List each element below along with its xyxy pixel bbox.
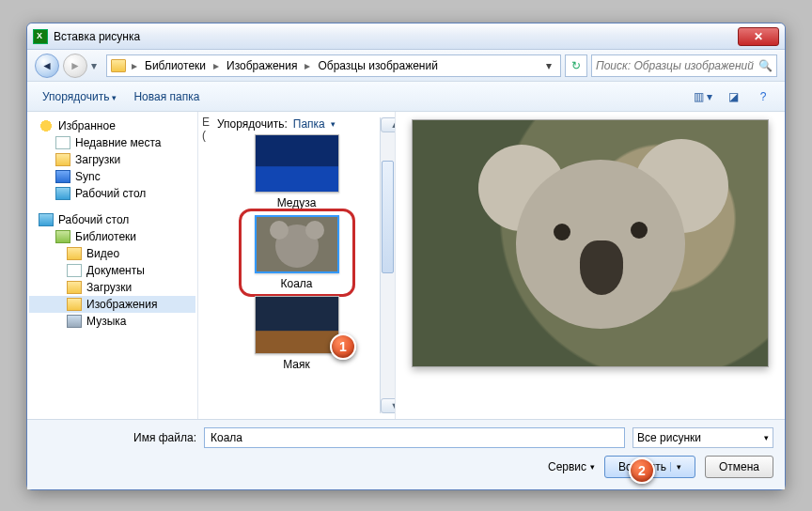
- tree-item[interactable]: Музыка: [29, 313, 195, 330]
- scroll-down-button[interactable]: ▼: [381, 398, 396, 413]
- window-title: Вставка рисунка: [54, 30, 140, 43]
- chevron-down-icon[interactable]: ▾: [331, 119, 336, 129]
- search-box[interactable]: 🔍: [591, 54, 777, 77]
- chevron-right-icon[interactable]: ▸: [130, 59, 139, 72]
- file-type-filter[interactable]: Все рисунки ▾: [632, 427, 773, 448]
- folder-icon: [67, 247, 82, 260]
- titlebar: Вставка рисунка ✕: [27, 23, 785, 50]
- chevron-down-icon: ▾: [764, 433, 769, 442]
- tree-item[interactable]: Загрузки: [29, 151, 195, 168]
- view-mode-button[interactable]: ▥ ▾: [691, 86, 715, 107]
- desktop-icon: [55, 187, 70, 200]
- tree-item[interactable]: Недавние места: [29, 134, 195, 151]
- footer: Имя файла: Все рисунки ▾ Сервис▾ Вставит…: [27, 419, 785, 489]
- chevron-right-icon[interactable]: ▸: [303, 59, 312, 72]
- folder-icon: [55, 153, 70, 166]
- preview-pane-button[interactable]: ◪: [721, 86, 745, 107]
- desktop-icon: [39, 213, 54, 226]
- file-thumb[interactable]: Медуза: [245, 134, 349, 209]
- insert-dropdown[interactable]: ▾: [670, 462, 681, 472]
- music-icon: [67, 315, 82, 328]
- tree-favorites[interactable]: Избранное: [29, 117, 195, 134]
- tree-item[interactable]: Sync: [29, 168, 195, 185]
- document-icon: [67, 264, 82, 277]
- folder-icon: [67, 298, 82, 311]
- arrange-by[interactable]: Упорядочить: Папка ▾: [217, 117, 389, 131]
- tree-item-selected[interactable]: Изображения: [29, 296, 195, 313]
- library-header: Е(: [202, 116, 210, 142]
- insert-picture-dialog: Вставка рисунка ✕ ◄ ► ▾ ▸ Библиотеки ▸ И…: [26, 23, 786, 490]
- folder-icon: [111, 59, 126, 72]
- new-folder-button[interactable]: Новая папка: [128, 86, 205, 107]
- nav-forward-button[interactable]: ►: [63, 54, 87, 78]
- nav-history-dropdown[interactable]: ▾: [91, 59, 102, 72]
- toolbar: Упорядочить Новая папка ▥ ▾ ◪ ?: [27, 82, 785, 112]
- file-name: Коала: [245, 277, 349, 290]
- scroll-up-button[interactable]: ▲: [381, 117, 396, 132]
- tree-desktop[interactable]: Рабочий стол: [29, 211, 195, 228]
- filename-label: Имя файла:: [39, 431, 196, 444]
- nav-row: ◄ ► ▾ ▸ Библиотеки ▸ Изображения ▸ Образ…: [27, 50, 785, 82]
- help-button[interactable]: ?: [751, 86, 775, 107]
- nav-tree[interactable]: Избранное Недавние места Загрузки Sync Р…: [27, 112, 198, 419]
- address-bar[interactable]: ▸ Библиотеки ▸ Изображения ▸ Образцы изо…: [106, 54, 561, 77]
- thumbnail-image: [255, 296, 339, 354]
- dialog-body: Избранное Недавние места Загрузки Sync Р…: [27, 112, 785, 419]
- close-button[interactable]: ✕: [738, 27, 779, 46]
- search-input[interactable]: [596, 59, 755, 72]
- preview-image: [412, 119, 769, 367]
- file-name: Маяк: [245, 358, 349, 371]
- file-thumb-selected[interactable]: Коала: [245, 215, 349, 290]
- file-thumb[interactable]: Маяк: [245, 296, 349, 371]
- tree-item[interactable]: Документы: [29, 262, 195, 279]
- chevron-right-icon[interactable]: ▸: [211, 59, 221, 72]
- tree-item[interactable]: Рабочий стол: [29, 185, 195, 202]
- thumbnail-image: [255, 215, 339, 273]
- cancel-button[interactable]: Отмена: [705, 456, 773, 478]
- file-list: Е( Упорядочить: Папка ▾ Медуза Коала Мая…: [198, 112, 396, 419]
- tools-menu[interactable]: Сервис▾: [548, 460, 595, 473]
- annotation-callout-2: 2: [629, 457, 655, 484]
- sync-icon: [55, 170, 70, 183]
- libraries-icon: [55, 230, 70, 243]
- scroll-thumb[interactable]: [382, 161, 394, 273]
- star-icon: [39, 119, 54, 132]
- annotation-callout-1: 1: [330, 333, 356, 360]
- folder-icon: [67, 281, 82, 294]
- scrollbar[interactable]: ▲ ▼: [380, 117, 395, 413]
- tree-libraries[interactable]: Библиотеки: [29, 228, 195, 245]
- tree-item[interactable]: Загрузки: [29, 279, 195, 296]
- recent-icon: [55, 136, 70, 149]
- filename-input[interactable]: [204, 427, 625, 448]
- excel-icon: [33, 29, 48, 44]
- organize-menu[interactable]: Упорядочить: [37, 86, 122, 107]
- breadcrumb-item[interactable]: Образцы изображений: [314, 59, 441, 72]
- file-name: Медуза: [245, 196, 349, 209]
- preview-pane: [396, 112, 785, 419]
- refresh-button[interactable]: ↻: [565, 54, 587, 77]
- breadcrumb-item[interactable]: Библиотеки: [141, 59, 210, 72]
- nav-back-button[interactable]: ◄: [35, 54, 59, 78]
- address-dropdown[interactable]: ▾: [541, 59, 556, 72]
- breadcrumb-item[interactable]: Изображения: [223, 59, 301, 72]
- thumbnail-image: [255, 134, 339, 193]
- tree-item[interactable]: Видео: [29, 245, 195, 262]
- search-icon: 🔍: [758, 59, 773, 72]
